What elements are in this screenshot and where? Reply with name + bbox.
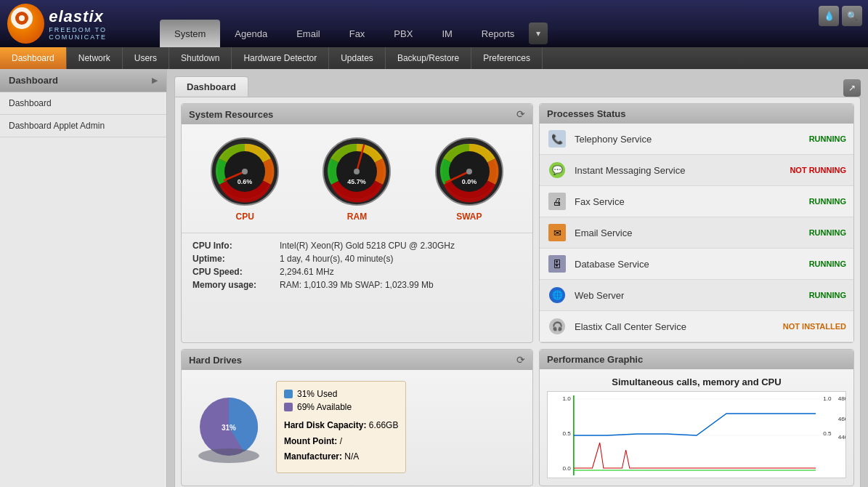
nav-tab-reports[interactable]: Reports [467,20,530,47]
logo-text: elastix [49,7,160,26]
nav-tab-im[interactable]: IM [427,20,466,47]
performance-chart: 1.0 0.5 0.0 1.0 0.5 480 460 440 [547,391,846,478]
fax-icon: 🖨 [547,191,567,212]
ram-gauge-container: 45.7% RAM [320,135,393,222]
mount-label: Mount Point: [284,436,337,446]
subnav-backup-restore[interactable]: Backup/Restore [386,47,471,69]
sidebar-arrow: ▶ [152,76,158,84]
im-status: NOT RUNNING [790,166,846,174]
svg-text:31%: 31% [222,424,236,432]
gauges-row: 0.6% CPU [182,124,532,233]
im-icon: 💬 [547,160,567,180]
logo: elastix FREEDOM TO COMUNICATE [7,4,160,44]
email-status: RUNNING [809,228,846,237]
svg-text:✉: ✉ [553,228,561,238]
sidebar: Dashboard ▶ Dashboard Dashboard Applet A… [0,69,167,487]
drive-info: 31% Used 69% Available Hard Disk Capacit… [276,381,406,473]
email-icon: ✉ [547,222,567,243]
cpu-info-label: CPU Info: [192,241,280,251]
svg-text:0.5: 0.5 [563,430,572,437]
svg-text:440: 440 [838,434,845,440]
memory-value: RAM: 1,010.39 Mb SWAP: 1,023.99 Mb [280,280,434,290]
svg-text:45.7%: 45.7% [348,178,367,185]
svg-text:0.5: 0.5 [823,430,832,437]
subnav-preferences[interactable]: Preferences [471,47,543,69]
svg-text:460: 460 [838,416,845,422]
mount-value: / [340,436,342,446]
db-name: Database Service [575,259,809,270]
subnav-dashboard[interactable]: Dashboard [0,47,67,69]
system-resources-refresh[interactable]: ⟳ [516,108,525,120]
capacity-value: 6.66GB [369,420,399,430]
nav-tab-agenda[interactable]: Agenda [220,20,282,47]
ram-gauge: 45.7% [320,135,393,208]
nav-tab-pbx[interactable]: PBX [379,20,427,47]
cpu-speed-row: CPU Speed: 2,294.61 MHz [192,267,522,277]
svg-text:0.0%: 0.0% [462,178,477,185]
subnav-hardware-detector[interactable]: Hardware Detector [232,47,329,69]
im-name: Instant Messaging Service [575,165,790,176]
content-area: Dashboard ↗ System Resources ⟳ [167,69,868,487]
processes-status-panel: Processes Status 📞 Telephony Service RUN… [539,103,854,343]
tab-dashboard[interactable]: Dashboard [174,76,248,97]
svg-point-16 [466,169,472,174]
sidebar-title: Dashboard [9,75,58,86]
memory-row: Memory usage: RAM: 1,010.39 Mb SWAP: 1,0… [192,280,522,290]
svg-text:1.0: 1.0 [563,395,572,402]
processes-status-title: Processes Status [547,108,625,119]
web-status: RUNNING [809,291,846,299]
sidebar-item-dashboard[interactable]: Dashboard [0,92,166,115]
hard-drives-header: Hard Drives ⟳ [182,350,532,370]
svg-text:🖨: 🖨 [553,196,562,207]
search-icon[interactable]: 🔍 [842,6,862,26]
cpu-info-value: Intel(R) Xeon(R) Gold 5218 CPU @ 2.30GHz [280,241,455,251]
manufacturer-value: N/A [344,451,359,462]
sidebar-header: Dashboard ▶ [0,69,166,92]
db-status: RUNNING [809,259,846,268]
svg-text:480: 480 [838,395,845,402]
manufacturer-row: Manufacturer: N/A [284,449,398,465]
processes-status-header: Processes Status [540,104,853,124]
main-layout: Dashboard ▶ Dashboard Dashboard Applet A… [0,69,868,487]
processes-list: 📞 Telephony Service RUNNING 💬 Instant Me… [540,124,853,342]
used-label: 31% Used [297,389,337,399]
swap-label: SWAP [456,212,482,222]
uptime-value: 1 day, 4 hour(s), 40 minute(s) [280,254,394,264]
nav-tab-fax[interactable]: Fax [335,20,380,47]
subnav-shutdown[interactable]: Shutdown [169,47,232,69]
nav-tab-more[interactable]: ▾ [529,23,548,44]
avail-label: 69% Available [297,402,352,412]
svg-text:🎧: 🎧 [552,321,563,331]
process-db: 🗄 Database Service RUNNING [540,249,853,280]
system-resources-panel: System Resources ⟳ [181,103,533,343]
system-resources-title: System Resources [189,109,273,120]
nav-tab-system[interactable]: System [160,20,220,47]
nav-tab-email[interactable]: Email [282,20,335,47]
svg-text:📞: 📞 [551,133,564,145]
performance-panel: Performance Graphic Simultaneous calls, … [539,349,854,486]
cpu-gauge-container: 0.6% CPU [208,135,281,222]
uptime-label: Uptime: [192,254,280,264]
drive-legend: 31% Used 69% Available Hard Disk Capacit… [276,381,406,473]
ram-label: RAM [347,212,367,222]
swap-gauge-container: 0.0% SWAP [433,135,506,222]
chart-title: Simultaneous calls, memory and CPU [547,377,846,387]
subnav-network[interactable]: Network [67,47,123,69]
legend-used: 31% Used [284,389,398,399]
hard-drives-panel: Hard Drives ⟳ 31% [181,349,533,486]
subnav-users[interactable]: Users [123,47,169,69]
telephony-icon: 📞 [547,129,567,149]
process-callcenter: 🎧 Elastix Call Center Service NOT INSTAL… [540,311,853,342]
hard-drives-content: 31% 31% Used 69% Available [182,370,532,484]
svg-point-10 [354,169,360,174]
hard-drives-refresh[interactable]: ⟳ [516,354,525,366]
logo-sub: FREEDOM TO COMUNICATE [49,26,160,41]
web-icon: 🌐 [547,285,567,305]
db-icon: 🗄 [547,254,567,274]
sidebar-item-applet-admin[interactable]: Dashboard Applet Admin [0,115,166,137]
subnav-updates[interactable]: Updates [329,47,386,69]
droplet-icon[interactable]: 💧 [819,6,839,26]
cpu-gauge: 0.6% [208,135,281,208]
fax-status: RUNNING [809,197,846,206]
tab-expand-btn[interactable]: ↗ [843,79,861,97]
